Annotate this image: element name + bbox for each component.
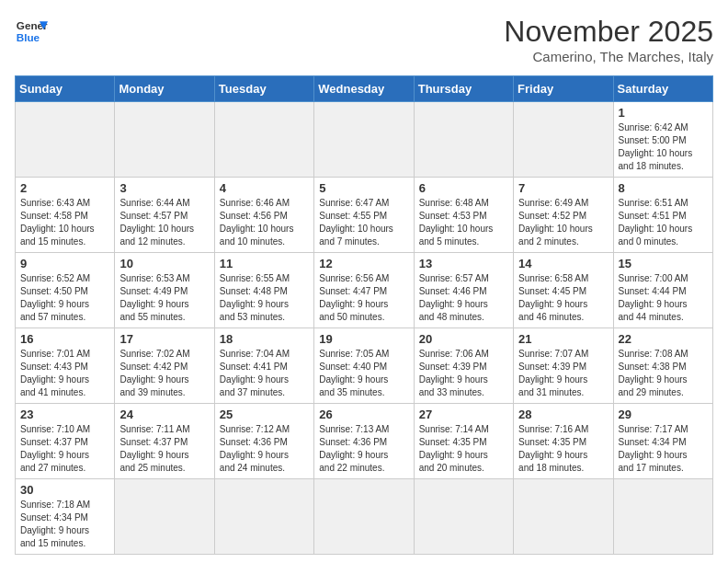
header-day-monday: Monday (115, 76, 214, 102)
week-row-0: 1Sunrise: 6:42 AM Sunset: 5:00 PM Daylig… (16, 102, 713, 178)
day-number: 12 (319, 257, 408, 270)
month-title: November 2025 (504, 15, 713, 49)
calendar-cell: 16Sunrise: 7:01 AM Sunset: 4:43 PM Dayli… (16, 328, 115, 404)
day-info: Sunrise: 6:51 AM Sunset: 4:51 PM Dayligh… (619, 197, 708, 248)
day-number: 20 (419, 332, 508, 346)
calendar-cell (613, 479, 712, 555)
calendar-cell: 18Sunrise: 7:04 AM Sunset: 4:41 PM Dayli… (214, 328, 313, 404)
day-number: 2 (20, 181, 109, 195)
calendar-cell (214, 479, 313, 555)
header-day-wednesday: Wednesday (314, 76, 414, 102)
calendar-cell: 29Sunrise: 7:17 AM Sunset: 4:34 PM Dayli… (613, 404, 712, 479)
header-row: SundayMondayTuesdayWednesdayThursdayFrid… (16, 76, 713, 102)
calendar-cell: 22Sunrise: 7:08 AM Sunset: 4:38 PM Dayli… (613, 328, 712, 404)
day-number: 25 (220, 408, 309, 421)
day-number: 11 (220, 257, 309, 270)
day-info: Sunrise: 7:05 AM Sunset: 4:40 PM Dayligh… (319, 348, 408, 399)
day-info: Sunrise: 7:17 AM Sunset: 4:34 PM Dayligh… (619, 423, 708, 475)
week-row-4: 23Sunrise: 7:10 AM Sunset: 4:37 PM Dayli… (16, 404, 713, 479)
day-info: Sunrise: 6:49 AM Sunset: 4:52 PM Dayligh… (518, 197, 608, 248)
day-number: 13 (419, 257, 508, 270)
day-info: Sunrise: 7:07 AM Sunset: 4:39 PM Dayligh… (518, 348, 608, 399)
day-info: Sunrise: 6:43 AM Sunset: 4:58 PM Dayligh… (20, 197, 109, 248)
day-info: Sunrise: 6:48 AM Sunset: 4:53 PM Dayligh… (419, 197, 508, 248)
day-info: Sunrise: 6:52 AM Sunset: 4:50 PM Dayligh… (20, 272, 109, 324)
day-info: Sunrise: 7:02 AM Sunset: 4:42 PM Dayligh… (119, 348, 209, 399)
day-number: 14 (518, 257, 608, 270)
calendar-cell: 5Sunrise: 6:47 AM Sunset: 4:55 PM Daylig… (314, 178, 414, 253)
day-info: Sunrise: 6:47 AM Sunset: 4:55 PM Dayligh… (319, 197, 408, 248)
week-row-3: 16Sunrise: 7:01 AM Sunset: 4:43 PM Dayli… (16, 328, 713, 404)
calendar-cell: 7Sunrise: 6:49 AM Sunset: 4:52 PM Daylig… (514, 178, 613, 253)
calendar-cell (16, 102, 115, 178)
header-day-tuesday: Tuesday (214, 76, 313, 102)
day-number: 27 (419, 408, 508, 421)
day-number: 19 (319, 332, 408, 346)
calendar-cell (115, 479, 214, 555)
day-number: 7 (518, 181, 608, 195)
day-info: Sunrise: 7:08 AM Sunset: 4:38 PM Dayligh… (619, 348, 708, 399)
title-area: November 2025 Camerino, The Marches, Ita… (504, 15, 713, 64)
header-day-thursday: Thursday (414, 76, 513, 102)
calendar-cell: 10Sunrise: 6:53 AM Sunset: 4:49 PM Dayli… (115, 253, 214, 328)
day-number: 17 (119, 332, 209, 346)
calendar-cell: 28Sunrise: 7:16 AM Sunset: 4:35 PM Dayli… (514, 404, 613, 479)
calendar-cell: 17Sunrise: 7:02 AM Sunset: 4:42 PM Dayli… (115, 328, 214, 404)
calendar-cell: 21Sunrise: 7:07 AM Sunset: 4:39 PM Dayli… (514, 328, 613, 404)
day-number: 15 (619, 257, 708, 270)
calendar-cell: 23Sunrise: 7:10 AM Sunset: 4:37 PM Dayli… (16, 404, 115, 479)
day-number: 10 (119, 257, 209, 270)
day-number: 23 (20, 408, 109, 421)
location-subtitle: Camerino, The Marches, Italy (504, 49, 713, 64)
calendar-table: SundayMondayTuesdayWednesdayThursdayFrid… (15, 75, 713, 555)
day-info: Sunrise: 6:42 AM Sunset: 5:00 PM Dayligh… (619, 121, 708, 173)
calendar-cell: 2Sunrise: 6:43 AM Sunset: 4:58 PM Daylig… (16, 178, 115, 253)
calendar-cell: 12Sunrise: 6:56 AM Sunset: 4:47 PM Dayli… (314, 253, 414, 328)
week-row-2: 9Sunrise: 6:52 AM Sunset: 4:50 PM Daylig… (16, 253, 713, 328)
day-info: Sunrise: 7:01 AM Sunset: 4:43 PM Dayligh… (20, 348, 109, 399)
calendar-cell: 26Sunrise: 7:13 AM Sunset: 4:36 PM Dayli… (314, 404, 414, 479)
page-header: General Blue November 2025 Camerino, The… (15, 15, 713, 64)
calendar-cell (414, 102, 513, 178)
calendar-header: SundayMondayTuesdayWednesdayThursdayFrid… (16, 76, 713, 102)
day-info: Sunrise: 7:04 AM Sunset: 4:41 PM Dayligh… (220, 348, 309, 399)
calendar-cell: 8Sunrise: 6:51 AM Sunset: 4:51 PM Daylig… (613, 178, 712, 253)
day-number: 16 (20, 332, 109, 346)
day-number: 8 (619, 181, 708, 195)
calendar-cell: 1Sunrise: 6:42 AM Sunset: 5:00 PM Daylig… (613, 102, 712, 178)
calendar-cell: 24Sunrise: 7:11 AM Sunset: 4:37 PM Dayli… (115, 404, 214, 479)
week-row-5: 30Sunrise: 7:18 AM Sunset: 4:34 PM Dayli… (16, 479, 713, 555)
day-number: 3 (119, 181, 209, 195)
day-info: Sunrise: 6:44 AM Sunset: 4:57 PM Dayligh… (119, 197, 209, 248)
day-info: Sunrise: 7:00 AM Sunset: 4:44 PM Dayligh… (619, 272, 708, 324)
day-number: 26 (319, 408, 408, 421)
header-day-saturday: Saturday (613, 76, 712, 102)
calendar-cell: 14Sunrise: 6:58 AM Sunset: 4:45 PM Dayli… (514, 253, 613, 328)
header-day-friday: Friday (514, 76, 613, 102)
day-info: Sunrise: 7:12 AM Sunset: 4:36 PM Dayligh… (220, 423, 309, 475)
day-number: 22 (619, 332, 708, 346)
week-row-1: 2Sunrise: 6:43 AM Sunset: 4:58 PM Daylig… (16, 178, 713, 253)
calendar-cell (115, 102, 214, 178)
day-number: 21 (518, 332, 608, 346)
calendar-cell (314, 102, 414, 178)
day-info: Sunrise: 7:18 AM Sunset: 4:34 PM Dayligh… (20, 499, 109, 550)
day-number: 6 (419, 181, 508, 195)
calendar-cell: 4Sunrise: 6:46 AM Sunset: 4:56 PM Daylig… (214, 178, 313, 253)
calendar-cell (214, 102, 313, 178)
day-number: 4 (220, 181, 309, 195)
logo-icon: General Blue (15, 15, 48, 48)
day-number: 5 (319, 181, 408, 195)
day-info: Sunrise: 6:57 AM Sunset: 4:46 PM Dayligh… (419, 272, 508, 324)
day-number: 9 (20, 257, 109, 270)
calendar-cell: 15Sunrise: 7:00 AM Sunset: 4:44 PM Dayli… (613, 253, 712, 328)
day-number: 28 (518, 408, 608, 421)
day-info: Sunrise: 6:58 AM Sunset: 4:45 PM Dayligh… (518, 272, 608, 324)
calendar-cell: 3Sunrise: 6:44 AM Sunset: 4:57 PM Daylig… (115, 178, 214, 253)
calendar-cell: 30Sunrise: 7:18 AM Sunset: 4:34 PM Dayli… (16, 479, 115, 555)
day-info: Sunrise: 6:56 AM Sunset: 4:47 PM Dayligh… (319, 272, 408, 324)
day-info: Sunrise: 6:46 AM Sunset: 4:56 PM Dayligh… (220, 197, 309, 248)
calendar-cell: 27Sunrise: 7:14 AM Sunset: 4:35 PM Dayli… (414, 404, 513, 479)
calendar-cell: 19Sunrise: 7:05 AM Sunset: 4:40 PM Dayli… (314, 328, 414, 404)
day-info: Sunrise: 7:13 AM Sunset: 4:36 PM Dayligh… (319, 423, 408, 475)
